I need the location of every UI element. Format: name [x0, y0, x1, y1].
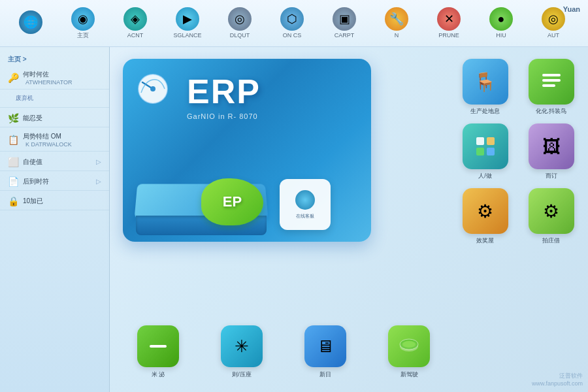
sidebar-group-0: 🔑 何时何佐 ATWHERINATOR 废弃机	[0, 67, 109, 108]
sidebar-item-1[interactable]: 🌿 能忍受	[0, 109, 109, 127]
gauge-container	[136, 72, 170, 106]
app-icon-box-2	[463, 123, 508, 169]
sidebar-group-4: 📄 后到时符 ▷	[0, 172, 109, 191]
sidebar-breadcrumb[interactable]: 主页 >	[0, 52, 109, 67]
nav-dlqut[interactable]: ▶ SGLANCE	[162, 3, 213, 44]
bottom-icon-3[interactable]: 新驾驶	[388, 325, 430, 379]
bottom-icon-0[interactable]: 米 泌	[137, 325, 179, 379]
app-icon-0[interactable]: 🪑 生产处地息	[456, 59, 514, 116]
ep-blob: EP	[201, 178, 263, 225]
svg-rect-5	[542, 84, 555, 87]
nav-prune-label: N	[395, 33, 399, 39]
minus-icon	[148, 343, 168, 350]
sidebar-item-title-5: 10加已	[23, 197, 43, 206]
app-icon-box-4: ⚙	[463, 188, 508, 234]
svg-rect-10	[150, 345, 167, 348]
bottom-icon-box-2: 🖥	[304, 325, 346, 367]
bottom-icon-label-1: 则/压座	[232, 370, 252, 379]
svg-rect-9	[487, 148, 495, 155]
sidebar-item-title-2: 局势特结 ОМ	[23, 132, 72, 141]
n-icon: ▣	[333, 7, 356, 31]
nav-n-label: CARPT	[335, 33, 355, 39]
nav-on-cs[interactable]: ◎ DLQUT	[214, 3, 265, 44]
app-icon-1[interactable]: 化化.抖装鸟	[522, 59, 580, 116]
app-icon-box-0: 🪑	[463, 59, 508, 105]
nav-sglance[interactable]: ◈ ACNT	[110, 3, 161, 44]
erp-banner: ERP GarNIO in R- 8070 EP 在线客服	[123, 59, 371, 242]
nav-aut[interactable]: ● HIU	[476, 3, 527, 44]
tube-icon	[398, 335, 420, 357]
bottom-icon-row: 米 泌 ✳ 则/压座 🖥 新日 新驾驶	[116, 325, 451, 379]
sidebar: 主页 > 🔑 何时何佐 ATWHERINATOR 废弃机 🌿 能忍受 📋 局势特…	[0, 47, 110, 392]
svg-rect-6	[476, 137, 484, 145]
hiu-icon: ✕	[437, 7, 461, 31]
app-icon-4[interactable]: ⚙ 效奖屋	[456, 188, 514, 245]
svg-rect-4	[542, 79, 561, 82]
sidebar-item-2[interactable]: 📋 局势特结 ОМ K DATRWALOCK	[0, 129, 109, 152]
bottom-icon-box-1: ✳	[221, 325, 263, 367]
bottom-icon-label-0: 米 泌	[152, 370, 165, 379]
app-icon-label-2: 人/做	[478, 172, 492, 180]
sidebar-group-5: 🔒 10加已	[0, 192, 109, 210]
sidebar-item-title-0: 何时何佐	[23, 70, 73, 79]
user-label: Yuan	[563, 5, 580, 13]
app-icon-label-0: 生产处地息	[470, 107, 500, 116]
sidebar-group-2: 📋 局势特结 ОМ K DATRWALOCK	[0, 129, 109, 152]
nav-acnt[interactable]: ◉ 主页	[57, 3, 108, 44]
ep-label: EP	[223, 193, 242, 210]
gauge-icon	[136, 72, 170, 106]
erp-subtitle: GarNIO in R- 8070	[187, 112, 353, 120]
svg-point-2	[150, 86, 155, 91]
sidebar-item-title-4: 后到时符	[23, 177, 49, 186]
nav-n[interactable]: ▣ CARPT	[319, 3, 370, 44]
sidebar-item-4[interactable]: 📄 后到时符 ▷	[0, 172, 109, 191]
bottom-icon-1[interactable]: ✳ 则/压座	[221, 325, 263, 379]
sidebar-group-3: ⬜ 自使值 ▷	[0, 153, 109, 171]
sidebar-item-icon-0: 🔑	[8, 73, 19, 83]
watermark-url: www.fanpusoft.com	[532, 380, 583, 387]
sidebar-item-废弃机[interactable]: 废弃机	[0, 90, 109, 108]
erp-title: ERP	[187, 74, 353, 108]
sidebar-item-title-3: 自使值	[23, 157, 42, 167]
nav-hanlo-label: AUT	[547, 33, 559, 39]
svg-rect-8	[476, 148, 484, 155]
app-icon-label-1: 化化.抖装鸟	[536, 107, 567, 116]
app-icon-3[interactable]: 🖼 而订	[522, 123, 580, 180]
service-card[interactable]: 在线客服	[280, 179, 331, 230]
bottom-icon-label-2: 新日	[319, 370, 331, 379]
bottom-icon-2[interactable]: 🖥 新日	[304, 325, 346, 379]
erp-title-area: ERP GarNIO in R- 8070	[141, 74, 353, 120]
carpt-icon: ⬡	[280, 7, 304, 31]
watermark: 泛普软件 www.fanpusoft.com	[532, 372, 583, 387]
app-icon-box-3: 🖼	[529, 123, 574, 169]
svg-point-13	[402, 341, 416, 348]
watermark-brand: 泛普软件	[532, 372, 583, 380]
nav-prune[interactable]: 🔧 N	[371, 3, 422, 44]
sidebar-item-icon-3: ⬜	[8, 157, 19, 167]
app-icon-5[interactable]: ⚙ 拍庄借	[522, 188, 580, 245]
service-card-label: 在线客服	[296, 213, 314, 220]
sidebar-item-sub-2: K DATRWALOCK	[23, 141, 72, 148]
nav-carpt[interactable]: ⬡ ON CS	[267, 3, 318, 44]
sidebar-item-icon-4: 📄	[8, 176, 19, 187]
sidebar-item-icon-1: 🌿	[8, 113, 19, 123]
nav-acnt-label: 主页	[77, 33, 89, 39]
sidebar-group-1: 🌿 能忍受	[0, 109, 109, 127]
app-icon-label-3: 而订	[546, 172, 557, 180]
sidebar-item-icon-2: 📋	[8, 135, 19, 145]
sidebar-item-3[interactable]: ⬜ 自使值 ▷	[0, 153, 109, 171]
sidebar-item-5[interactable]: 🔒 10加已	[0, 192, 109, 210]
dlqut-icon: ▶	[176, 7, 199, 31]
sglance-icon: ◈	[123, 7, 147, 31]
service-card-icon	[295, 190, 315, 210]
aut-icon: ●	[489, 7, 513, 31]
nav-sglance-label: ACNT	[127, 33, 144, 39]
sidebar-item-title-1: 能忍受	[23, 114, 42, 123]
acnt-icon: ◉	[71, 7, 95, 31]
sidebar-item-icon-5: 🔒	[8, 196, 19, 206]
app-icon-2[interactable]: 人/做	[456, 123, 514, 180]
app-icon-box-5: ⚙	[529, 188, 574, 234]
nav-hiu[interactable]: ✕ PRUNE	[423, 3, 474, 44]
nav-globe[interactable]: 🌐	[5, 3, 56, 44]
sidebar-item-0[interactable]: 🔑 何时何佐 ATWHERINATOR	[0, 67, 109, 90]
